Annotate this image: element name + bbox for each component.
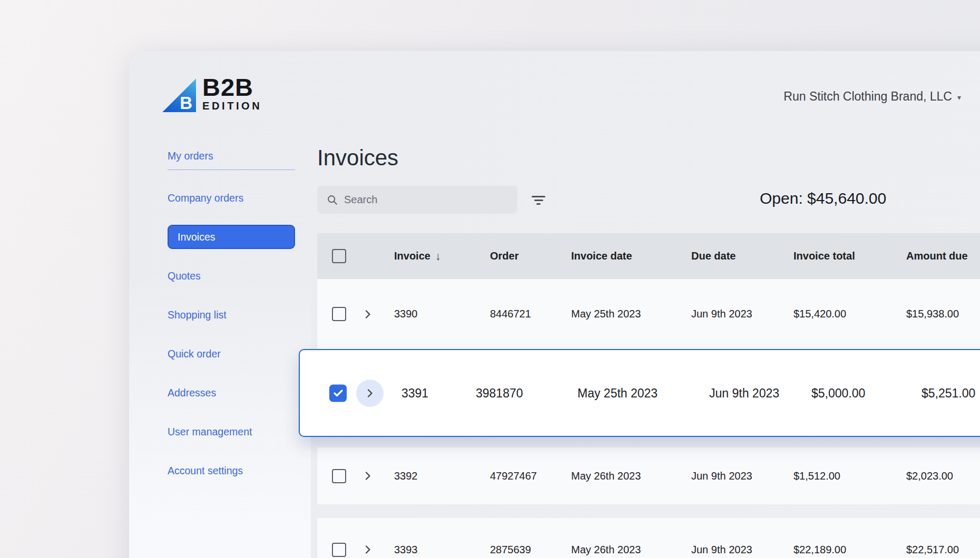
sidebar-item-company-orders[interactable]: Company orders (168, 178, 295, 217)
row-checkbox[interactable] (332, 307, 346, 321)
row-checkbox-checked[interactable] (329, 384, 347, 402)
search-input-wrapper (317, 186, 517, 214)
cell-invoice-date: May 26th 2023 (567, 544, 687, 556)
expand-row-button[interactable] (356, 380, 384, 407)
row-checkbox[interactable] (332, 469, 346, 483)
column-header-invoice-date[interactable]: Invoice date (567, 250, 687, 262)
cell-invoice-total: $1,512.00 (789, 470, 902, 482)
check-icon (332, 387, 345, 400)
logo-line1: B2B (202, 76, 262, 98)
column-header-invoice[interactable]: Invoice ↓ (390, 250, 486, 263)
table-row[interactable]: 3392 47927467 May 26th 2023 Jun 9th 2023… (317, 447, 980, 504)
cell-due-date: Jun 9th 2023 (687, 470, 789, 482)
cell-amount-due: $22,517.00 (902, 544, 980, 556)
cell-due-date: Jun 9th 2023 (687, 308, 789, 320)
select-all-checkbox[interactable] (332, 249, 346, 263)
column-header-amount-due[interactable]: Amount due (902, 250, 980, 262)
sidebar-item-invoices[interactable]: Invoices (168, 217, 295, 256)
page-title: Invoices (317, 145, 398, 171)
b2b-logo-triangle-icon: B (162, 78, 196, 112)
sidebar-item-label: Shopping list (168, 309, 227, 321)
cell-invoice: 3392 (390, 470, 486, 482)
caret-down-icon: ▾ (957, 92, 961, 102)
cell-invoice-total: $5,000.00 (811, 386, 865, 400)
account-name: Run Stitch Clothing Brand, LLC (783, 89, 952, 104)
logo-line2: EDITION (202, 100, 262, 112)
table-row[interactable]: 3390 8446721 May 25th 2023 Jun 9th 2023 … (317, 279, 980, 349)
sidebar-item-quick-order[interactable]: Quick order (168, 334, 295, 373)
search-input[interactable] (338, 194, 517, 206)
chevron-right-icon[interactable] (361, 308, 374, 321)
cell-invoice-date: May 25th 2023 (577, 386, 658, 400)
table-header: Invoice ↓ Order Invoice date Due date In… (317, 233, 980, 279)
sidebar-divider (168, 170, 295, 170)
cell-invoice-date: May 25th 2023 (567, 308, 687, 320)
cell-invoice-total: $15,420.00 (789, 308, 902, 320)
filter-button[interactable] (527, 189, 550, 211)
cell-due-date: Jun 9th 2023 (709, 386, 779, 400)
table-row[interactable]: 3393 2875639 May 26th 2023 Jun 9th 2023 … (317, 518, 980, 558)
sidebar-item-label: Company orders (168, 192, 243, 204)
cell-invoice: 3391 (401, 386, 428, 400)
sidebar-item-label: Addresses (168, 387, 216, 399)
cell-order: 2875639 (486, 544, 567, 556)
filter-icon (532, 196, 545, 197)
account-switcher[interactable]: Run Stitch Clothing Brand, LLC ▾ (783, 89, 961, 104)
cell-order: 47927467 (486, 470, 567, 482)
sidebar-item-label: Invoices (178, 231, 215, 243)
cell-amount-due: $2,023.00 (902, 470, 980, 482)
sidebar-item-addresses[interactable]: Addresses (168, 373, 295, 412)
sidebar-item-label: Quick order (168, 348, 221, 360)
sort-descending-icon[interactable]: ↓ (435, 250, 441, 263)
chevron-right-icon[interactable] (361, 470, 374, 482)
column-header-invoice-total[interactable]: Invoice total (789, 250, 902, 262)
logo-wordmark: B2B EDITION (202, 76, 262, 112)
cell-invoice: 3390 (390, 308, 486, 320)
b2b-edition-logo: B B2B EDITION (162, 76, 262, 112)
cell-invoice: 3393 (390, 544, 486, 556)
search-icon (327, 194, 338, 206)
cell-invoice-total: $22,189.00 (789, 544, 902, 556)
cell-amount-due: $15,938.00 (902, 308, 980, 320)
sidebar-item-invoices-active-pill[interactable]: Invoices (168, 225, 295, 249)
sidebar-item-quotes[interactable]: Quotes (168, 256, 295, 295)
sidebar-item-user-management[interactable]: User management (168, 412, 295, 451)
sidebar-item-account-settings[interactable]: Account settings (168, 451, 295, 490)
sidebar-item-shopping-list[interactable]: Shopping list (168, 295, 295, 334)
column-header-order[interactable]: Order (486, 250, 567, 262)
row-checkbox[interactable] (332, 543, 346, 557)
chevron-right-icon[interactable] (361, 543, 374, 556)
cell-order: 3981870 (476, 386, 523, 400)
sidebar-item-label: My orders (168, 150, 213, 162)
open-total: Open: $45,640.00 (760, 190, 886, 207)
sidebar-nav: My orders Company orders Invoices Quotes… (168, 142, 295, 490)
table-row-selected[interactable]: 3391 3981870 May 25th 2023 Jun 9th 2023 … (299, 349, 980, 437)
sidebar-item-label: Quotes (168, 270, 201, 282)
cell-order: 8446721 (486, 308, 567, 320)
column-header-due-date[interactable]: Due date (687, 250, 789, 262)
cell-invoice-date: May 26th 2023 (567, 470, 687, 482)
sidebar-item-label: Account settings (168, 465, 243, 477)
cell-amount-due: $5,251.00 (922, 386, 975, 400)
sidebar-item-label: User management (168, 426, 252, 438)
cell-due-date: Jun 9th 2023 (687, 544, 789, 556)
chevron-right-icon (364, 387, 376, 400)
logo-letter: B (180, 94, 192, 112)
sidebar-item-my-orders[interactable]: My orders (168, 142, 295, 170)
